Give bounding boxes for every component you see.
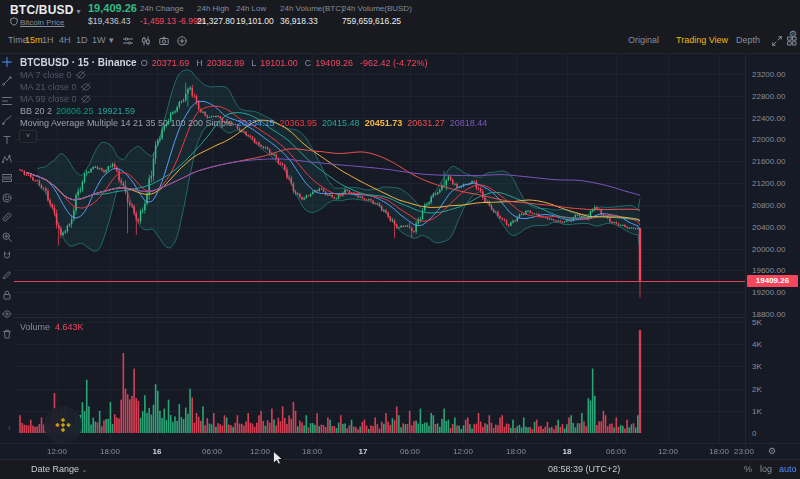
- open-value: 20371.69: [152, 57, 190, 69]
- ma-multiple-legend-row[interactable]: Moving Average Multiple 14 21 35 50 100 …: [20, 117, 487, 129]
- close-value: 19409.26: [315, 57, 353, 69]
- view-trading-view[interactable]: Trading View: [676, 35, 728, 45]
- eye-off-icon[interactable]: [76, 70, 86, 80]
- fib-retracement-icon[interactable]: [2, 96, 12, 106]
- bollinger-legend-row[interactable]: BB 20 2 20806.25 19921.59: [20, 105, 487, 117]
- interval-dropdown-icon[interactable]: ▾: [109, 35, 114, 45]
- collapse-legend-button[interactable]: ˅: [19, 130, 37, 143]
- chevron-down-icon: ⌄: [82, 466, 88, 473]
- price-axis-label: 22800.00: [752, 92, 785, 101]
- time-axis[interactable]: 23:00 ⚙ 12:0018:001606:0012:0018:001706:…: [0, 443, 800, 460]
- symbol-selector[interactable]: BTC/BUSD▾: [10, 3, 81, 17]
- volume-axis-label: 1K: [752, 407, 762, 416]
- chart-toolbar: Time 15m1H4H1D1W ▾ OriginalTrading ViewD…: [0, 28, 800, 54]
- mam-value: 20363.95: [280, 117, 318, 129]
- trend-line-icon[interactable]: [2, 76, 12, 86]
- settings-gear-icon[interactable]: ⚙: [789, 29, 797, 39]
- stat--h-volume-busd-: 24h Volume(BUSD)759,659,616.25: [342, 4, 412, 26]
- low-label: L: [251, 57, 256, 69]
- time-axis-label: 18: [550, 447, 584, 456]
- price-axis-label: 20400.00: [752, 223, 785, 232]
- scale-log[interactable]: log: [760, 464, 772, 474]
- eye-off-icon[interactable]: [81, 94, 91, 104]
- bitcoin-price-link[interactable]: Bitcoin Price: [20, 18, 64, 27]
- stat-value: -1,459.13 -6.99%: [140, 16, 205, 26]
- magnet-icon[interactable]: [2, 251, 12, 261]
- stat-label: 24h Change: [140, 4, 205, 13]
- stat--h-low: 24h Low19,101.00: [236, 4, 274, 26]
- bb-upper-value: 20806.25: [56, 105, 94, 117]
- time-axis-label: 18:00: [499, 447, 533, 456]
- ma-disabled-label: MA 99 close 0: [20, 93, 77, 105]
- price-axis-label: 22400.00: [752, 114, 785, 123]
- long-short-position-icon[interactable]: [2, 173, 12, 183]
- scroll-left-icon[interactable]: ‹: [8, 423, 11, 433]
- volume-value: 4.643K: [55, 322, 84, 332]
- camera-icon[interactable]: [159, 36, 169, 46]
- measure-icon[interactable]: [2, 212, 12, 222]
- view-depth[interactable]: Depth: [736, 35, 760, 45]
- stat--h-change: 24h Change-1,459.13 -6.99%: [140, 4, 205, 26]
- high-label: H: [196, 57, 203, 69]
- volume-axis-label: 4K: [752, 340, 762, 349]
- date-range-button[interactable]: Date Range ⌄: [31, 464, 87, 474]
- market-header: BTC/BUSD▾ Bitcoin Price 19,409.26 $19,43…: [0, 0, 800, 28]
- add-indicator-icon[interactable]: [177, 36, 187, 46]
- mam-value: 20451.73: [365, 117, 403, 129]
- interval-1h[interactable]: 1H: [42, 35, 54, 45]
- drawing-pencil-icon[interactable]: [2, 270, 12, 280]
- mam-label: Moving Average Multiple 14 21 35 50 100 …: [20, 117, 233, 129]
- volume-axis-label: 2K: [752, 385, 762, 394]
- price-axis[interactable]: 23200.0022800.0022400.0022000.0021600.00…: [745, 55, 800, 458]
- eye-off-icon[interactable]: [81, 82, 91, 92]
- text-icon[interactable]: [2, 135, 12, 145]
- price-axis-label: 21200.00: [752, 179, 785, 188]
- clock[interactable]: 08:58:39 (UTC+2): [548, 464, 620, 474]
- trash-icon[interactable]: [2, 329, 12, 339]
- xabcd-pattern-icon[interactable]: [2, 154, 12, 164]
- time-axis-label: 18:00: [295, 447, 329, 456]
- volume-axis-label: 5K: [752, 318, 762, 327]
- view-original[interactable]: Original: [628, 35, 659, 45]
- scale-percent[interactable]: %: [744, 464, 752, 474]
- time-axis-label: 16: [140, 447, 174, 456]
- stat-label: 24h Volume(BUSD): [342, 4, 412, 13]
- interval-15m[interactable]: 15m: [25, 35, 43, 45]
- volume-label: Volume: [20, 322, 50, 332]
- time-axis-label: 06:00: [599, 447, 633, 456]
- eye-icon[interactable]: [2, 309, 12, 319]
- time-axis-label: 18:00: [702, 447, 736, 456]
- ma-disabled-row[interactable]: MA 7 close 0: [20, 69, 487, 81]
- mam-value: 20415.48: [322, 117, 360, 129]
- zoom-in-icon[interactable]: [2, 232, 12, 242]
- volume-legend[interactable]: Volume 4.643K: [20, 322, 84, 332]
- interval-4h[interactable]: 4H: [59, 35, 71, 45]
- ma-disabled-row[interactable]: MA 99 close 0: [20, 93, 487, 105]
- emoji-icon[interactable]: [2, 193, 12, 203]
- interval-1w[interactable]: 1W: [92, 35, 106, 45]
- legend-symbol: BTCBUSD · 15 · Binance: [20, 57, 137, 69]
- stat-value: 21,327.80: [197, 16, 235, 26]
- price-axis-label: 21600.00: [752, 157, 785, 166]
- time-axis-label: 06:00: [393, 447, 427, 456]
- lock-icon[interactable]: [2, 290, 12, 300]
- legend-title-row[interactable]: BTCBUSD · 15 · Binance O20371.69 H20382.…: [20, 57, 487, 69]
- time-axis-label: 12:00: [651, 447, 685, 456]
- interval-1d[interactable]: 1D: [76, 35, 88, 45]
- crosshair-icon[interactable]: [2, 57, 12, 67]
- candle-style-icon[interactable]: [141, 36, 151, 46]
- brush-icon[interactable]: [2, 115, 12, 125]
- time-axis-label: 18:00: [93, 447, 127, 456]
- bb-label: BB 20 2: [20, 105, 52, 117]
- time-axis-label: 12:00: [446, 447, 480, 456]
- time-axis-label: 12:00: [243, 447, 277, 456]
- ma-disabled-row[interactable]: MA 21 close 0: [20, 81, 487, 93]
- axis-settings-gear-icon[interactable]: ⚙: [768, 446, 776, 456]
- volume-axis-label: 0: [752, 429, 756, 438]
- fullscreen-icon[interactable]: [772, 36, 782, 46]
- stat--h-volume-btc-: 24h Volume(BTC)36,918.33: [280, 4, 344, 26]
- scale-auto[interactable]: auto: [779, 464, 797, 474]
- indicator-settings-icon[interactable]: [123, 36, 133, 46]
- change-value: -962.42 (-4.72%): [360, 57, 428, 69]
- bb-lower-value: 19921.59: [98, 105, 136, 117]
